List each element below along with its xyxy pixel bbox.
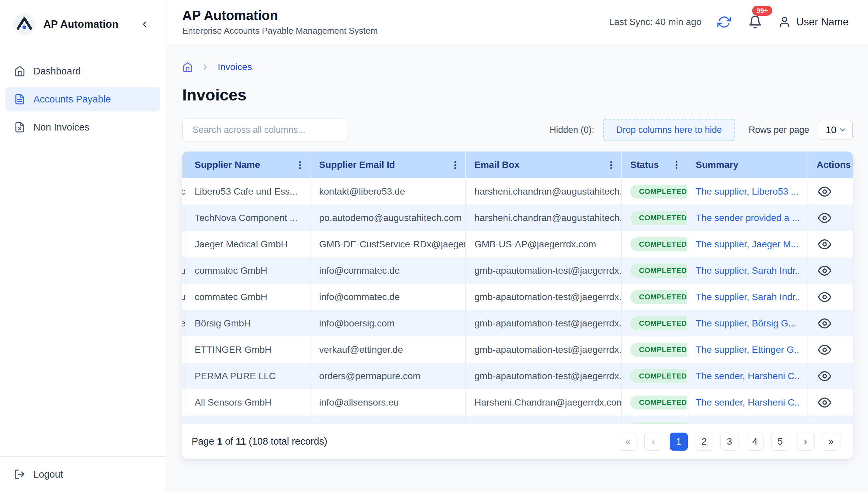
- summary-link[interactable]: The sender provided a ...: [696, 213, 799, 223]
- view-details-button[interactable]: [817, 263, 833, 279]
- column-header: [182, 151, 186, 178]
- view-details-button[interactable]: [817, 395, 833, 411]
- clipped-cell: [182, 205, 186, 231]
- page-button-«[interactable]: «: [619, 433, 637, 451]
- page-button-4[interactable]: 4: [746, 433, 764, 451]
- file-text-icon: [14, 94, 25, 105]
- column-header: Email Box: [466, 151, 622, 178]
- column-header: Supplier Name: [186, 151, 311, 178]
- status-badge: COMPLETED: [630, 396, 687, 410]
- summary-link[interactable]: The supplier, Sarah Indr...: [696, 292, 799, 302]
- actions-cell: [808, 178, 853, 205]
- actions-cell: [808, 205, 853, 231]
- supplier-email-cell: orders@permapure.com: [311, 363, 466, 389]
- page-button-5[interactable]: 5: [771, 433, 789, 451]
- summary-cell: The supplier, Sarah Indr...: [687, 284, 808, 310]
- sidebar-collapse-button[interactable]: [138, 17, 152, 31]
- topbar-actions: Last Sync: 40 min ago 99+ User Name: [609, 14, 849, 30]
- logout-button[interactable]: Logout: [0, 456, 166, 492]
- clipped-cell: [182, 337, 186, 363]
- summary-link[interactable]: The supplier, Ettinger G...: [696, 344, 799, 355]
- supplier-email-cell: info@allsensors.eu: [311, 389, 466, 416]
- view-details-button[interactable]: [817, 315, 833, 331]
- sidebar-item-label: Non Invoices: [33, 122, 90, 133]
- sidebar-item-accounts-payable[interactable]: Accounts Payable: [5, 87, 160, 112]
- summary-link[interactable]: The supplier, Jaeger M...: [696, 239, 798, 250]
- summary-cell: The supplier, Libero53 ...: [687, 178, 808, 205]
- column-menu-button[interactable]: [607, 162, 615, 169]
- summary-cell: [687, 416, 808, 424]
- clipped-cell: [182, 416, 186, 424]
- notification-count-badge: 99+: [752, 6, 772, 16]
- column-menu-button[interactable]: [296, 162, 303, 169]
- search-input[interactable]: [182, 118, 348, 142]
- email-box-cell: GMB-US-AP@jaegerrdx.com: [466, 231, 622, 257]
- email-box-cell: gmb-apautomation-test@jaegerrdx.c: [466, 257, 622, 284]
- supplier-email-cell: po.autodemo@augustahitech.com: [311, 205, 466, 231]
- supplier-name-cell: commatec GmbH: [186, 284, 311, 310]
- page-button-»[interactable]: »: [822, 433, 840, 451]
- email-box-cell: gmb-apautomation-test@jaegerrdx.c: [466, 363, 622, 389]
- page-button-›[interactable]: ›: [797, 433, 815, 451]
- column-menu-button[interactable]: [452, 162, 459, 169]
- rows-per-page-select[interactable]: 10: [818, 120, 853, 140]
- view-details-button[interactable]: [817, 342, 833, 358]
- page-button-1[interactable]: 1: [670, 433, 688, 451]
- supplier-email-cell: [311, 416, 466, 424]
- table-row: ETTINGER GmbH verkauf@ettinger.de gmb-ap…: [182, 337, 853, 363]
- supplier-email-cell: verkauf@ettinger.de: [311, 337, 466, 363]
- eye-icon: [818, 396, 831, 409]
- page-button-‹[interactable]: ‹: [644, 433, 662, 451]
- summary-link[interactable]: The supplier, Libero53 ...: [696, 186, 798, 197]
- summary-link[interactable]: The sender, Harsheni C...: [696, 371, 799, 382]
- eye-icon: [818, 317, 831, 330]
- sidebar-item-non-invoices[interactable]: Non Invoices: [5, 115, 160, 140]
- user-icon: [778, 16, 791, 28]
- page-button-2[interactable]: 2: [695, 433, 713, 451]
- status-cell: COMPLETED: [622, 205, 687, 231]
- actions-cell: [808, 389, 853, 416]
- status-badge: COMPLETED: [630, 369, 687, 383]
- clipped-cell: c: [182, 178, 186, 205]
- breadcrumb-home-link[interactable]: [182, 62, 193, 72]
- file-x-icon: [14, 122, 25, 133]
- view-details-button[interactable]: [817, 210, 833, 226]
- supplier-name-cell: All Sensors GmbH: [186, 389, 311, 416]
- notifications-button[interactable]: 99+: [747, 14, 764, 30]
- table-row: Jaeger Medical GmbH GMB-DE-CustService-R…: [182, 231, 853, 257]
- sidebar-item-dashboard[interactable]: Dashboard: [5, 59, 160, 83]
- sidebar-item-label: Accounts Payable: [33, 94, 111, 105]
- app-title: AP Automation: [43, 18, 129, 30]
- breadcrumb-invoices-link[interactable]: Invoices: [218, 62, 252, 72]
- status-cell: COMPLETED: [622, 337, 687, 363]
- status-badge: COMPLETED: [630, 211, 687, 225]
- summary-link[interactable]: The sender, Harsheni C...: [696, 397, 799, 408]
- email-box-cell: [466, 416, 622, 424]
- topbar-titles: AP Automation Enterprise Accounts Payabl…: [182, 8, 378, 36]
- page-button-3[interactable]: 3: [720, 433, 739, 451]
- email-box-cell: gmb-apautomation-test@jaegerrdx.c: [466, 284, 622, 310]
- hidden-columns-label: Hidden (0):: [549, 125, 594, 135]
- summary-link[interactable]: The supplier, Börsig G...: [696, 318, 796, 329]
- hide-columns-dropzone[interactable]: Drop columns here to hide: [603, 119, 736, 141]
- supplier-email-cell: kontakt@libero53.de: [311, 178, 466, 205]
- status-badge: COMPLETED: [630, 316, 687, 330]
- topbar: AP Automation Enterprise Accounts Payabl…: [166, 0, 868, 44]
- summary-link[interactable]: The supplier, Sarah Indr...: [696, 265, 799, 276]
- refresh-button[interactable]: [716, 14, 732, 30]
- clipped-cell: [182, 363, 186, 389]
- table-row: All Sensors GmbH info@allsensors.eu Hars…: [182, 389, 853, 416]
- column-menu-button[interactable]: [673, 162, 680, 169]
- user-menu-button[interactable]: User Name: [778, 16, 849, 28]
- last-sync-text: Last Sync: 40 min ago: [609, 17, 701, 27]
- view-details-button[interactable]: [817, 289, 833, 305]
- view-details-button[interactable]: [817, 236, 833, 252]
- view-details-button[interactable]: [817, 368, 833, 384]
- total-records-text: (108 total records): [249, 436, 327, 447]
- view-details-button[interactable]: [817, 183, 833, 200]
- page-info: Page 1 of 11 (108 total records): [192, 436, 327, 447]
- supplier-name-cell: TechNova Component ...: [186, 205, 311, 231]
- table-row: e Börsig GmbH info@boersig.com gmb-apaut…: [182, 310, 853, 337]
- table-row: COMPLETED: [182, 416, 853, 424]
- sidebar: AP Automation Dashboard Accounts Payable…: [0, 0, 166, 492]
